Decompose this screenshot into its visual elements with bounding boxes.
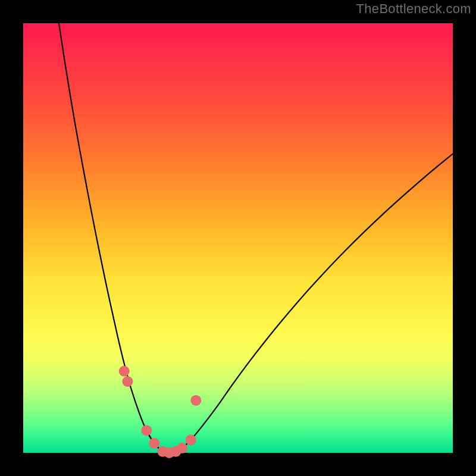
curves-svg: [23, 23, 453, 453]
watermark-text: TheBottleneck.com: [356, 1, 471, 17]
data-marker: [186, 434, 196, 445]
right-curve: [176, 154, 453, 451]
data-marker: [141, 425, 152, 436]
data-marker: [122, 376, 133, 387]
chart-frame: TheBottleneck.com: [0, 0, 476, 476]
data-marker: [119, 366, 130, 377]
left-curve: [59, 23, 163, 452]
data-marker: [177, 443, 187, 453]
plot-area: [23, 23, 453, 453]
data-marker: [149, 438, 159, 449]
data-markers: [119, 366, 202, 458]
data-marker: [190, 395, 201, 406]
